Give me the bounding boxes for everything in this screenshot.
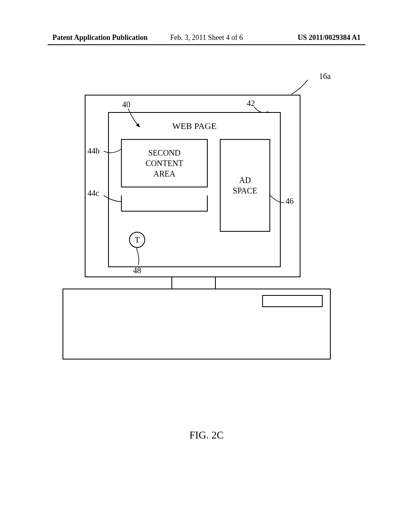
base-slot — [262, 295, 323, 307]
webpage-box: WEB PAGE SECOND CONTENT AREA AD SPACE T — [108, 112, 281, 267]
pub-type: Patent Application Publication — [52, 33, 148, 42]
second-content-area: SECOND CONTENT AREA — [121, 139, 208, 187]
content-line3: AREA — [153, 168, 175, 179]
leader-16a — [290, 80, 314, 96]
t-circle: T — [129, 232, 145, 248]
header-divider — [48, 44, 365, 45]
third-content-area — [121, 195, 208, 212]
figure-caption: FIG. 2C — [0, 429, 413, 441]
ad-line2: SPACE — [233, 185, 257, 196]
pub-number: US 2011/0029384 A1 — [298, 33, 361, 42]
webpage-title: WEB PAGE — [109, 121, 280, 131]
monitor-base — [63, 289, 331, 360]
content-line1: SECOND — [148, 148, 180, 158]
ref-label-16a: 16a — [319, 72, 331, 81]
t-label: T — [135, 235, 140, 245]
ad-line1: AD — [239, 175, 251, 185]
monitor-neck — [171, 276, 216, 289]
ad-space-box: AD SPACE — [220, 139, 270, 232]
sheet-info: Feb. 3, 2011 Sheet 4 of 6 — [170, 33, 243, 42]
content-line2: CONTENT — [146, 158, 183, 168]
